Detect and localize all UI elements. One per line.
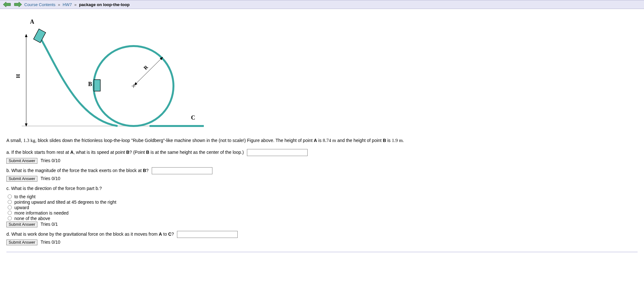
submit-button-d[interactable]: Submit Answer [6,240,37,245]
part-a-label-B: B [126,150,129,155]
submit-button-a[interactable]: Submit Answer [6,158,37,164]
part-d-label-A: A [159,232,162,237]
breadcrumb: Course Contents » HW7 » package on loop-… [24,2,130,7]
problem-text: is [386,138,392,143]
part-a-submit-row: Submit Answer Tries 0/10 [6,158,638,164]
part-b-label-B: B [143,168,146,173]
part-c-option-4: none of the above [8,216,638,221]
svg-marker-4 [25,34,27,37]
diagram-label-A: A [30,19,34,25]
breadcrumb-sep: » [58,2,60,7]
part-c-radio-3[interactable] [8,211,12,215]
problem-heightB: 1.9 m [392,138,402,143]
breadcrumb-current: package on loop-the-loop [79,2,129,7]
part-a-text: , what is its speed at point [73,150,126,155]
part-c-radio-1[interactable] [8,200,12,204]
diagram-label-R: R [142,64,149,71]
tries-d: Tries 0/10 [41,240,60,245]
part-a-label-B2: B [146,150,149,155]
part-a: a. If the block starts from rest at A, w… [6,148,638,157]
part-d-label-C: C [168,232,172,237]
part-c-text: c. What is the direction of the force fr… [6,186,102,191]
part-b-submit-row: Submit Answer Tries 0/10 [6,176,638,182]
part-c-option-2: upward [8,205,638,210]
problem-text: A small, [6,138,23,143]
part-b-input[interactable] [152,167,212,174]
diagram-label-B: B [88,81,92,87]
back-arrow-icon[interactable] [3,1,12,8]
forward-arrow-icon[interactable] [13,1,22,8]
breadcrumb-bar: Course Contents » HW7 » package on loop-… [0,0,644,9]
part-a-label-A: A [70,150,73,155]
tries-b: Tries 0/10 [41,176,60,181]
footer-divider [6,252,638,252]
diagram-label-C: C [191,114,195,121]
part-b: b. What is the magnitude of the force th… [6,166,638,175]
part-d-input[interactable] [177,231,238,238]
part-c-option-label: pointing upward and tilted at 45 degrees… [14,200,116,205]
breadcrumb-hw[interactable]: HW7 [63,2,72,7]
diagram-label-H: H [15,74,21,78]
part-c-radio-0[interactable] [8,194,12,199]
problem-text: is [317,138,323,143]
svg-marker-0 [3,2,11,7]
svg-line-12 [135,58,162,84]
problem-statement: A small, 1.3 kg, block slides down the f… [6,137,638,144]
problem-label-B: B [383,138,386,143]
part-c-option-label: none of the above [14,216,50,221]
submit-button-b[interactable]: Submit Answer [6,176,37,182]
problem-text: , block slides down the frictionless loo… [35,138,314,143]
part-c-submit-row: Submit Answer Tries 0/1 [6,222,638,227]
part-d-text: to [162,232,168,237]
svg-marker-1 [14,2,22,7]
part-c-option-label: more information is needed [14,210,69,216]
part-a-text: ? (Point [129,150,146,155]
part-c-option-3: more information is needed [8,210,638,216]
part-d-text: ? [172,232,174,237]
part-a-input[interactable] [247,149,308,156]
part-a-text: is at the same height as the center of t… [149,150,244,155]
problem-text: . [403,138,404,143]
part-d: d. What is work done by the gravitationa… [6,230,638,239]
part-b-text: b. What is the magnitude of the force th… [6,168,143,173]
tries-c: Tries 0/1 [41,222,58,227]
breadcrumb-course-contents[interactable]: Course Contents [24,2,56,7]
part-d-submit-row: Submit Answer Tries 0/10 [6,240,638,245]
part-c-radio-2[interactable] [8,205,12,209]
breadcrumb-sep: » [74,2,77,7]
diagram: H A B R C [12,14,638,130]
part-c-options: to the right pointing upward and tilted … [8,194,638,221]
submit-button-c[interactable]: Submit Answer [6,222,37,227]
problem-label-A: A [314,138,317,143]
tries-a: Tries 0/10 [41,158,60,163]
content-area: H A B R C A smal [0,9,644,257]
problem-heightA: 8.74 m [323,138,336,143]
part-c-option-1: pointing upward and tilted at 45 degrees… [8,200,638,205]
part-c-option-label: to the right [14,194,35,199]
part-c-option-label: upward [14,205,29,210]
part-c-radio-4[interactable] [8,216,12,220]
problem-text: and the height of point [336,138,383,143]
problem-mass: 1.3 kg [23,138,35,143]
svg-rect-9 [94,80,100,91]
part-c: c. What is the direction of the force fr… [6,184,638,193]
svg-rect-8 [34,29,46,43]
part-b-text: ? [146,168,149,173]
part-d-text: d. What is work done by the gravitationa… [6,232,159,237]
part-a-text: a. If the block starts from rest at [6,150,70,155]
part-c-option-0: to the right [8,194,638,199]
